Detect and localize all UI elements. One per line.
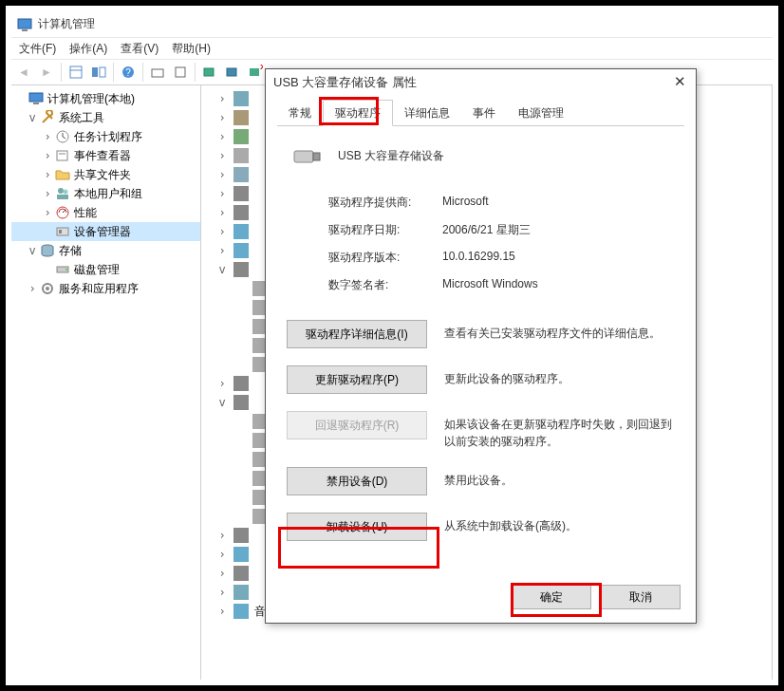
dialog-tabs: 常规 驱动程序 详细信息 事件 电源管理: [277, 102, 684, 126]
services-icon: [40, 281, 55, 296]
tab-events[interactable]: 事件: [461, 101, 507, 125]
clock-icon: [55, 129, 70, 144]
device-cat-icon: [233, 566, 249, 581]
tree-root[interactable]: 计算机管理(本地): [11, 89, 200, 108]
svg-point-19: [58, 188, 64, 194]
device-cat-icon: [233, 262, 249, 277]
label-provider: 驱动程序提供商:: [328, 195, 442, 211]
uninstall-icon[interactable]: ✕: [245, 62, 266, 83]
svg-rect-21: [57, 195, 68, 199]
uninstall-device-button[interactable]: 卸载设备(U): [287, 513, 427, 541]
svg-point-30: [46, 287, 49, 290]
tree-system-tools[interactable]: v系统工具: [11, 108, 200, 127]
svg-rect-60: [313, 153, 320, 160]
label-date: 驱动程序日期:: [328, 222, 442, 238]
tree-device-manager[interactable]: 设备管理器: [11, 222, 200, 241]
forward-icon: ►: [36, 62, 57, 83]
tree-shared-folders[interactable]: ›共享文件夹: [11, 165, 200, 184]
disk-icon: [55, 262, 70, 277]
svg-rect-58: [233, 604, 249, 619]
menu-file[interactable]: 文件(F): [19, 41, 56, 57]
menubar: 文件(F) 操作(A) 查看(V) 帮助(H): [11, 38, 773, 59]
tab-general[interactable]: 常规: [277, 101, 323, 125]
svg-rect-33: [233, 129, 249, 144]
scan-hw-icon[interactable]: [199, 62, 220, 83]
svg-rect-12: [250, 68, 259, 76]
svg-rect-2: [70, 66, 82, 78]
svg-rect-5: [100, 67, 105, 77]
device-cat-icon: [233, 205, 249, 220]
device-cat-icon: [233, 376, 249, 391]
tree-local-users[interactable]: ›本地用户和组: [11, 184, 200, 203]
svg-rect-34: [233, 148, 249, 163]
svg-rect-46: [233, 376, 249, 391]
svg-rect-8: [152, 69, 163, 77]
disable-device-desc: 禁用此设备。: [444, 467, 675, 489]
device-cat-icon: [233, 585, 249, 600]
disable-device-button[interactable]: 禁用设备(D): [287, 467, 427, 495]
device-cat-icon: [233, 186, 249, 201]
value-version: 10.0.16299.15: [442, 250, 515, 266]
update-driver-button[interactable]: 更新驱动程序(P): [287, 365, 427, 394]
svg-rect-24: [57, 228, 68, 235]
computer-icon: [28, 91, 44, 106]
device-cat-icon: [233, 547, 249, 562]
tree-services-apps[interactable]: ›服务和应用程序: [11, 279, 200, 298]
svg-rect-40: [233, 262, 249, 277]
cancel-button[interactable]: 取消: [601, 585, 681, 609]
svg-rect-37: [233, 205, 249, 220]
tree-disk-mgmt[interactable]: 磁盘管理: [11, 260, 200, 279]
driver-details-button[interactable]: 驱动程序详细信息(I): [287, 320, 427, 348]
wrench-icon: [40, 110, 55, 125]
svg-rect-1: [22, 29, 28, 31]
usb-storage-icon: [292, 143, 323, 168]
tree-event-viewer[interactable]: ›事件查看器: [11, 146, 200, 165]
close-icon[interactable]: ✕: [674, 73, 686, 90]
device-mgr-icon: [55, 224, 70, 239]
update-driver-desc: 更新此设备的驱动程序。: [444, 365, 675, 387]
svg-rect-47: [233, 395, 249, 410]
properties-dialog: USB 大容量存储设备 属性 ✕ 常规 驱动程序 详细信息 事件 电源管理 US…: [265, 68, 697, 624]
svg-point-20: [64, 190, 68, 195]
device-cat-icon: [233, 91, 249, 106]
menu-action[interactable]: 操作(A): [69, 41, 107, 57]
svg-rect-17: [57, 151, 67, 160]
svg-rect-39: [233, 243, 249, 258]
storage-icon: [40, 243, 55, 258]
toolbar-btn[interactable]: [65, 62, 86, 83]
menu-view[interactable]: 查看(V): [121, 41, 159, 57]
tree-task-scheduler[interactable]: ›任务计划程序: [11, 127, 200, 146]
tab-details[interactable]: 详细信息: [393, 101, 461, 125]
toolbar-btn[interactable]: [147, 62, 168, 83]
rollback-driver-button: 回退驱动程序(R): [287, 411, 427, 439]
toolbar-btn[interactable]: [88, 62, 109, 83]
device-cat-icon: [233, 167, 249, 182]
svg-rect-9: [176, 67, 185, 77]
tab-power[interactable]: 电源管理: [507, 101, 575, 125]
device-cat-icon: [233, 110, 249, 125]
toolbar-btn[interactable]: [170, 62, 191, 83]
device-cat-icon: [233, 243, 249, 258]
tree-performance[interactable]: ›性能: [11, 203, 200, 222]
svg-point-28: [65, 269, 67, 271]
nav-tree: 计算机管理(本地) v系统工具 ›任务计划程序 ›事件查看器 ›共享文件夹 ›本…: [11, 85, 201, 680]
back-icon: ◄: [13, 62, 34, 83]
value-signer: Microsoft Windows: [442, 277, 538, 293]
svg-rect-38: [233, 224, 249, 239]
svg-rect-14: [29, 93, 43, 102]
svg-rect-55: [233, 547, 249, 562]
svg-rect-35: [233, 167, 249, 182]
menu-help[interactable]: 帮助(H): [172, 41, 211, 57]
ok-button[interactable]: 确定: [512, 585, 591, 609]
device-cat-icon: [233, 528, 249, 543]
device-cat-icon: [233, 224, 249, 239]
value-date: 2006/6/21 星期三: [442, 222, 531, 238]
svg-rect-31: [233, 91, 249, 106]
toolbar-btn[interactable]: [222, 62, 243, 83]
rollback-driver-desc: 如果该设备在更新驱动程序时失败，则回退到以前安装的驱动程序。: [444, 411, 675, 450]
tree-storage[interactable]: v存储: [11, 241, 200, 260]
label-signer: 数字签名者:: [328, 277, 442, 293]
dialog-titlebar: USB 大容量存储设备 属性 ✕: [266, 69, 696, 96]
help-icon[interactable]: ?: [118, 62, 139, 83]
tab-driver[interactable]: 驱动程序: [323, 100, 393, 126]
